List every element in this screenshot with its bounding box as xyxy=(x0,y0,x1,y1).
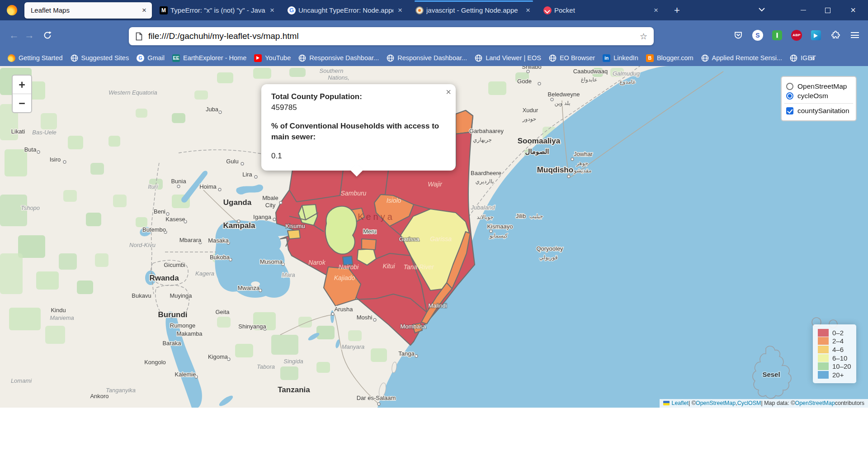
layers-control: OpenStreetMapcycleOsmcountySanitation xyxy=(781,76,857,121)
legend-label: 0–2 xyxy=(832,329,844,337)
teal-extension-icon[interactable] xyxy=(810,29,822,41)
bookmark-label: Land Viewer | EOS xyxy=(486,54,541,62)
map-label-rumonge: Rumonge xyxy=(170,322,195,329)
attribution-link[interactable]: Leaflet xyxy=(671,400,689,406)
linkedin-icon: in xyxy=(603,54,610,62)
tab-3[interactable]: GUncaught TypeError: Node.appe× xyxy=(284,2,408,19)
puzzle-icon[interactable] xyxy=(830,29,841,41)
map-label-kitui: Kitui xyxy=(382,262,395,270)
map-label-mombasa: Mombasa xyxy=(400,323,426,330)
bookmark-responsive-dashboar-[interactable]: Responsive Dashboar... xyxy=(387,54,467,62)
pocket-save-icon[interactable] xyxy=(732,29,744,41)
bookmark-land-viewer-eos[interactable]: Land Viewer | EOS xyxy=(475,54,541,62)
tab-close-button[interactable]: × xyxy=(268,6,276,14)
tab-close-button[interactable]: × xyxy=(396,6,404,14)
forest-patch xyxy=(136,109,147,118)
radio-unselected-icon[interactable] xyxy=(786,83,793,90)
map-label--: جوبالاند xyxy=(476,214,493,221)
forest-patch xyxy=(41,113,57,129)
attribution-link[interactable]: OpenStreetMap xyxy=(696,400,736,406)
bookmarks-bar: Getting StartedSuggested SitesGGmailEEEa… xyxy=(0,50,868,67)
map-label-tanganyika: Tanganyika xyxy=(106,387,136,394)
bookmark-youtube[interactable]: YouTube xyxy=(254,54,291,62)
map-label-lomami: Lomami xyxy=(11,377,32,384)
map-label-gode: Gode xyxy=(517,78,532,85)
tab-2[interactable]: MTypeError: "x" is (not) "y" - JavaS× xyxy=(156,2,280,19)
map-viewport[interactable]: SouthernNations,Western EquatoriaJubaGul… xyxy=(0,66,868,408)
checkbox-checked-icon[interactable] xyxy=(786,107,793,114)
list-tabs-chevron-icon[interactable] xyxy=(758,5,765,14)
bookmark-label: Gmail xyxy=(147,54,165,62)
tab-close-button[interactable]: × xyxy=(524,6,532,14)
map-label--: بلد وين xyxy=(554,100,570,107)
bookmark-blogger-com[interactable]: BBlogger.com xyxy=(646,54,693,62)
map-label-jubaland: Jubaland xyxy=(471,204,495,211)
attribution-link[interactable]: OpenStreetMap xyxy=(795,400,835,406)
overlay-option-countysanitation[interactable]: countySanitation xyxy=(786,107,851,115)
map-label-kasese: Kasese xyxy=(165,216,185,223)
forest-patch xyxy=(371,348,387,362)
forest-patch xyxy=(68,136,83,149)
bookmark-gmail[interactable]: GGmail xyxy=(137,54,165,62)
map-label-narok: Narok xyxy=(308,259,326,266)
window-minimize-button[interactable] xyxy=(793,0,814,20)
window-restore-button[interactable] xyxy=(817,0,838,20)
forest-patch xyxy=(95,253,108,267)
back-button[interactable]: ← xyxy=(6,29,22,41)
reload-button[interactable] xyxy=(40,31,55,40)
green-extension-icon[interactable] xyxy=(771,29,783,41)
city-dot xyxy=(37,151,40,153)
legend-swatch xyxy=(818,346,829,353)
menu-icon[interactable] xyxy=(849,29,861,41)
city-dot xyxy=(373,319,376,321)
attribution-link[interactable]: CyclOSM xyxy=(737,400,761,406)
globe-icon xyxy=(298,54,306,62)
forward-button[interactable]: → xyxy=(22,29,37,41)
map-label-kenya: Kenya xyxy=(358,212,395,222)
mdn-icon: M xyxy=(160,6,168,14)
forest-patch xyxy=(90,163,104,175)
base-layer-label: OpenStreetMap xyxy=(797,82,847,90)
bookmark-earthexplorer-home[interactable]: EEEarthExplorer - Home xyxy=(172,54,246,62)
layers-separator xyxy=(784,103,853,104)
globe-icon xyxy=(71,54,78,62)
legend-label: 2–4 xyxy=(832,337,844,345)
map-label--: الصومال xyxy=(525,147,549,156)
forest-patch xyxy=(217,72,233,83)
bookmark-responsive-dashboar-[interactable]: Responsive Dashboar... xyxy=(298,54,379,62)
map-label-singida: Singida xyxy=(283,358,303,365)
bookmark-getting-started[interactable]: Getting Started xyxy=(8,54,63,62)
bookmark-star-icon[interactable]: ☆ xyxy=(640,31,647,42)
tab-5[interactable]: Pocket× xyxy=(540,2,664,19)
abp-icon[interactable]: ABP xyxy=(791,29,802,41)
bookmark-linkedin[interactable]: inLinkedIn xyxy=(603,54,638,62)
zoom-out-button[interactable]: − xyxy=(13,94,31,112)
s-extension-icon[interactable]: S xyxy=(752,29,764,41)
bookmark-eo-browser[interactable]: EO Browser xyxy=(549,54,595,62)
bookmark-applied-remote-sensi-[interactable]: Applied Remote Sensi... xyxy=(701,54,783,62)
url-bar[interactable]: file:///D:/gachuhi/my-leaflet-vs/map.htm… xyxy=(129,27,654,45)
map-label-bukoba: Bukoba xyxy=(210,254,230,261)
legend-swatch xyxy=(818,354,829,362)
google-icon: G xyxy=(288,6,296,14)
map-label-tshopo: Tshopo xyxy=(21,204,40,211)
popup-population-value: 459785 xyxy=(271,102,446,113)
tab-4[interactable]: javascript - Getting Node.appe× xyxy=(412,2,536,19)
popup-close-button[interactable]: × xyxy=(446,87,451,97)
legend-swatch xyxy=(818,362,829,370)
city-dot xyxy=(219,111,222,114)
bookmark-suggested-sites[interactable]: Suggested Sites xyxy=(71,54,129,62)
base-layer-option-cycleosm[interactable]: cycleOsm xyxy=(786,92,851,100)
tab-1[interactable]: Leaflet Maps× xyxy=(24,2,152,19)
map-label--: جيليب xyxy=(529,213,543,219)
zoom-in-button[interactable]: + xyxy=(13,76,31,94)
new-tab-button[interactable]: + xyxy=(671,4,683,17)
base-layer-option-openstreetmap[interactable]: OpenStreetMap xyxy=(786,82,851,90)
bookmarks-overflow-chevron[interactable]: » xyxy=(810,53,815,63)
map-label--: قوريولي xyxy=(539,254,558,261)
radio-selected-icon[interactable] xyxy=(786,92,793,100)
tab-close-button[interactable]: × xyxy=(652,6,660,14)
window-close-button[interactable]: × xyxy=(843,0,863,20)
url-text[interactable]: file:///D:/gachuhi/my-leaflet-vs/map.htm… xyxy=(148,31,640,41)
tab-close-button[interactable]: × xyxy=(140,6,148,14)
